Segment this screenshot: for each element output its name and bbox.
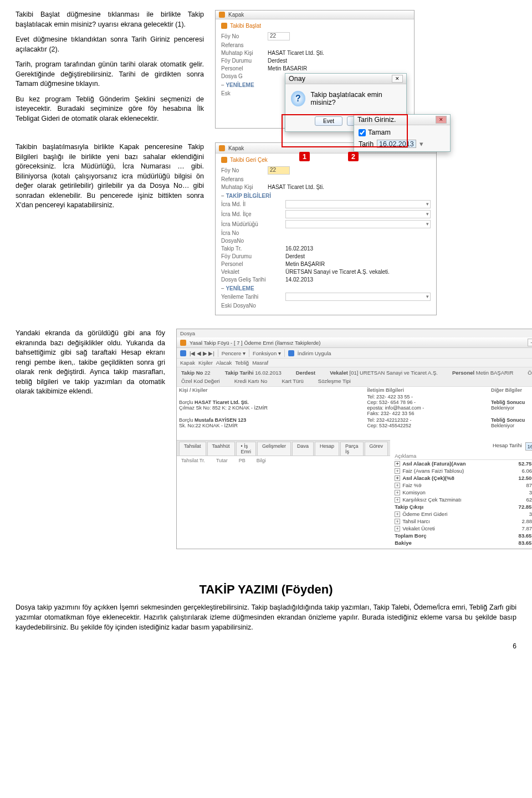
value: Metin BAŞARIR [285, 261, 325, 267]
p: Bu kez program Tebliğ Gönderim Şeklini s… [16, 95, 204, 124]
window-icon [219, 145, 225, 151]
value: HASAT Ticaret Ltd. Şti. [268, 50, 324, 56]
sun-icon [221, 157, 227, 163]
highlight-box [282, 114, 408, 147]
pencere-menu[interactable]: Pencere ▾ [222, 350, 245, 356]
tb-teblig[interactable]: Tebliğ [235, 360, 249, 366]
label: Föy No [221, 33, 264, 39]
label: Föy Durumu [221, 58, 264, 64]
ledger-row: +Asıl Alacak (Fatura)(Avan52.750,00 TL [395, 460, 532, 467]
label: Muhatap Kişi [221, 50, 264, 56]
minimize-icon[interactable]: — [528, 339, 532, 346]
takibi-geri-cek-link[interactable]: Takibi Geri Çek [221, 157, 431, 163]
label: İcra Md. İlçe [221, 211, 282, 217]
tab[interactable]: • İş Emri [236, 442, 257, 456]
takibi-baslat-link[interactable]: Takibi Başlat [221, 23, 408, 29]
value: ÜRETSAN Sanayi ve Ticaret A.Ş. vekaleti. [285, 269, 390, 275]
nav-icon[interactable] [180, 350, 186, 356]
label: DosyaNo [221, 238, 282, 244]
ledger-row: Takip Çıkışı72.853,35 TL [395, 503, 532, 510]
close-icon[interactable]: ✕ [392, 75, 403, 83]
tb-masraf[interactable]: Masraf [252, 360, 268, 366]
dialog-title: Onay [289, 75, 305, 83]
combo[interactable] [285, 210, 431, 218]
value: 16.02.2013 [285, 245, 313, 252]
down-icon[interactable] [288, 350, 294, 356]
marker-2: 2 [348, 152, 359, 161]
header-info: Takip No 22 Takip Tarihi 16.02.2013 Derd… [177, 367, 532, 387]
label: Hesap Tarihi [493, 442, 522, 451]
label: Dosya G [221, 73, 264, 79]
ledger-row: Toplam Borç83.655,08 TL [395, 532, 532, 539]
label: Vekalet [221, 269, 282, 275]
date-field[interactable]: 16.02.2013 [525, 442, 532, 451]
tab[interactable]: Taahhüt [207, 442, 235, 456]
tb-kapak[interactable]: Kapak [180, 360, 195, 366]
yenileme-section[interactable]: YENİLEME [221, 285, 431, 291]
label: Personel [221, 261, 282, 267]
tab[interactable]: Tahsilat [179, 442, 206, 456]
p: Yandaki ekranda da görüldüğü gibi ana fö… [16, 329, 165, 397]
label: Referans [221, 42, 264, 48]
ledger-row: +Karşılıksız Çek Tazminatı625,00 TL [395, 496, 532, 503]
tb-alacak[interactable]: Alacak [216, 360, 232, 366]
tb-kisiler[interactable]: Kişiler [198, 360, 213, 366]
marker-1: 1 [299, 152, 310, 161]
ledger-row: +Komisyon37,50 TL [395, 489, 532, 496]
toolbar: |◀ ◀ ▶ ▶| Pencere ▾ Fonksiyon ▾ İndirim … [177, 348, 532, 359]
heading-takip-yazimi: TAKİP YAZIMI (Föyden) [16, 582, 516, 597]
section-1-text: Takibi Başlat düğmesine tıklanması ile b… [16, 10, 204, 129]
window-icon [180, 340, 186, 346]
label: Föy No [221, 167, 264, 173]
screenshot-1: Kapak Takibi Başlat Föy No 22 Referans M… [215, 10, 516, 129]
ledger-row: Bakiye83.655,08 TL [395, 539, 532, 546]
table-row: Borçlu HASAT Ticaret Ltd. Şti.Çılmaz Sk … [177, 393, 532, 417]
value: Metin BASARIR [268, 65, 307, 71]
label: İcra Md. İl [221, 201, 282, 207]
ledger-row: +Ödeme Emri Gideri38,47 TL [395, 510, 532, 518]
kapak-window-2: Kapak — ▭ ✕ Takibi Geri Çek Föy No 22 Re… [215, 142, 437, 315]
combo[interactable] [285, 200, 431, 208]
foyno-field[interactable]: 22 [268, 32, 290, 40]
screenshot-3: Dosya Yasal Takip Föyü - [ 7 ] Ödeme Emr… [176, 329, 532, 549]
titlebar: Kapak [216, 11, 414, 19]
dropdown-icon[interactable]: ▾ [420, 140, 423, 148]
value: Derdest [285, 253, 305, 259]
p: Tarih, program tarafından günün tarihi o… [16, 60, 204, 89]
p: Takibin başlatılmasıyla birlikte Kapak p… [16, 142, 204, 211]
tab[interactable]: Dava [292, 442, 314, 456]
sun-icon [221, 23, 227, 29]
window-icon [219, 12, 225, 18]
window-title: Kapak [228, 12, 244, 18]
indirim-uygula[interactable]: İndirim Uygula [298, 350, 331, 356]
label: İcra No [221, 230, 282, 236]
tab[interactable]: Görev [365, 442, 388, 456]
ledger-row: +Vekalet Ücreti7.878,27 TL [395, 525, 532, 532]
value: 14.02.2013 [285, 277, 313, 283]
label: Eski DosyaNo [221, 303, 282, 309]
label: Dosya Geliş Tarihi [221, 277, 282, 283]
foy-window: Dosya Yasal Takip Föyü - [ 7 ] Ödeme Emr… [176, 329, 532, 549]
label: Esk [221, 90, 264, 96]
section-3-text: Yandaki ekranda da görüldüğü gibi ana fö… [16, 329, 165, 549]
kisiler-grid: Kişi / Kişilerİletişim BilgileriDiğer Bi… [177, 387, 532, 429]
foyno-field[interactable]: 22 [268, 166, 290, 175]
ledger-row: +Faiz %9879,66 TL [395, 482, 532, 489]
label: İcra Müdürlüğü [221, 221, 282, 227]
fonksiyon-menu[interactable]: Fonksiyon ▾ [253, 350, 281, 356]
tab[interactable]: Parça İş [340, 442, 364, 456]
hesap-ledger: Hesap Tarihi 16.02.2013 ▾ Açıklama Tutar… [390, 440, 532, 549]
combo[interactable] [285, 293, 431, 301]
tab[interactable]: Hesap [315, 442, 339, 456]
value: Derdest [268, 58, 287, 64]
label: Referans [221, 176, 264, 182]
label: Yenileme Tarihi [221, 294, 282, 300]
p: Evet düğmesine tıklandıktan sonra Tarih … [16, 35, 204, 54]
combo[interactable] [285, 220, 431, 228]
tab[interactable]: Gelişmeler [257, 442, 291, 456]
label: Personel [221, 65, 264, 71]
window-title: Yasal Takip Föyü - [ 7 ] Ödeme Emri (İla… [190, 340, 321, 346]
menu-dosya[interactable]: Dosya [177, 329, 532, 337]
takip-bilgileri-section[interactable]: TAKİP BİLGİLERİ [221, 193, 431, 199]
close-icon[interactable]: ✕ [436, 116, 447, 124]
